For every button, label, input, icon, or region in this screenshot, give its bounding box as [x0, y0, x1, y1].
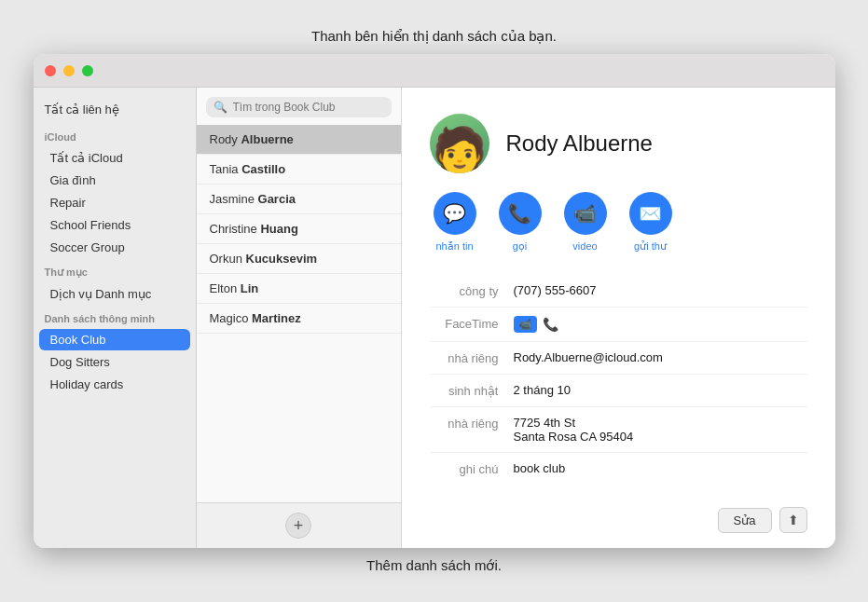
contact-item[interactable]: Rody Albuerne: [197, 125, 401, 155]
search-icon: 🔍: [214, 101, 227, 114]
phone-icon: 📞: [499, 192, 542, 235]
info-row-birthday: sinh nhật 2 tháng 10: [430, 375, 807, 407]
mail-action-button[interactable]: ✉️ gửi thư: [629, 192, 672, 253]
info-row-address: nhà riêng 7725 4th St Santa Rosa CA 9540…: [430, 407, 807, 453]
contact-list: 🔍 Rody Albuerne Tania Castillo Jasmine G…: [197, 88, 402, 548]
contact-item[interactable]: Jasmine Garcia: [197, 185, 401, 214]
share-button[interactable]: ⬆: [779, 507, 807, 533]
sidebar-item-repair[interactable]: Repair: [39, 192, 190, 213]
contact-item[interactable]: Elton Lin: [197, 274, 401, 304]
info-row-email: nhà riêng Rody.Albuerne@icloud.com: [430, 342, 807, 375]
app-window: Tất cả liên hệ iCloud Tất cả iCloud Gia …: [34, 54, 835, 548]
info-label-company: công ty: [430, 283, 514, 298]
contact-item[interactable]: Orkun Kucuksevim: [197, 244, 401, 274]
video-label: video: [572, 240, 597, 252]
minimize-button[interactable]: [63, 65, 75, 76]
contact-item[interactable]: Magico Martinez: [197, 304, 401, 334]
sidebar-section-icloud: iCloud: [34, 124, 196, 146]
mail-icon: ✉️: [629, 192, 672, 235]
sidebar-item-holiday-cards[interactable]: Holiday cards: [39, 374, 190, 395]
sidebar-item-all-contacts[interactable]: Tất cả liên hệ: [34, 99, 196, 124]
info-section: công ty (707) 555-6607 FaceTime 📹 📞 nhà …: [430, 275, 807, 496]
contact-item[interactable]: Tania Castillo: [197, 155, 401, 185]
sidebar: Tất cả liên hệ iCloud Tất cả iCloud Gia …: [34, 88, 197, 548]
traffic-lights: [45, 65, 93, 76]
video-icon: 📹: [564, 192, 607, 235]
contact-header: Rody Albuerne: [430, 114, 807, 173]
sidebar-item-family[interactable]: Gia đình: [39, 170, 190, 191]
main-content: Tất cả liên hệ iCloud Tất cả iCloud Gia …: [34, 88, 835, 548]
facetime-video-icon[interactable]: 📹: [514, 316, 537, 333]
info-row-facetime: FaceTime 📹 📞: [430, 308, 807, 342]
message-action-button[interactable]: 💬 nhắn tin: [434, 192, 476, 253]
annotation-top: Thanh bên hiển thị danh sách của bạn.: [311, 28, 557, 45]
info-value-address: 7725 4th St Santa Rosa CA 95404: [514, 416, 807, 444]
sidebar-item-soccer-group[interactable]: Soccer Group: [39, 237, 190, 258]
mail-label: gửi thư: [634, 240, 667, 253]
call-action-button[interactable]: 📞 gọi: [499, 192, 542, 253]
search-input-wrapper[interactable]: 🔍: [206, 97, 392, 117]
share-icon: ⬆: [788, 513, 799, 527]
info-value-notes: book club: [514, 461, 807, 475]
info-value-facetime: 📹 📞: [514, 316, 807, 333]
maximize-button[interactable]: [82, 65, 93, 76]
contact-item[interactable]: Christine Huang: [197, 214, 401, 244]
info-label-facetime: FaceTime: [430, 316, 514, 331]
contacts-list-items: Rody Albuerne Tania Castillo Jasmine Gar…: [197, 125, 401, 502]
info-label-address: nhà riêng: [430, 416, 514, 431]
sidebar-item-all-icloud[interactable]: Tất cả iCloud: [39, 147, 190, 169]
sidebar-section-smart-lists: Danh sách thông minh: [34, 306, 196, 328]
info-row-notes: ghi chú book club: [430, 453, 807, 485]
facetime-phone-icon[interactable]: 📞: [543, 317, 558, 332]
contact-name: Rody Albuerne: [506, 130, 653, 157]
add-contact-button[interactable]: +: [285, 513, 311, 539]
sidebar-item-directory-services[interactable]: Dịch vụ Danh mục: [39, 283, 190, 305]
close-button[interactable]: [45, 65, 56, 76]
annotation-bottom: Thêm danh sách mới.: [366, 557, 502, 574]
sidebar-item-dog-sitters[interactable]: Dog Sitters: [39, 351, 190, 373]
video-action-button[interactable]: 📹 video: [564, 192, 607, 253]
info-value-phone: (707) 555-6607: [514, 283, 807, 297]
search-bar: 🔍: [197, 88, 401, 125]
detail-footer: Sửa ⬆: [430, 496, 807, 533]
sidebar-section-directory: Thư mục: [34, 259, 196, 282]
info-row-company-phone: công ty (707) 555-6607: [430, 275, 807, 308]
sidebar-item-book-club[interactable]: Book Club: [39, 329, 190, 350]
avatar: [430, 114, 489, 173]
message-icon: 💬: [434, 192, 476, 235]
contact-list-footer: +: [197, 502, 401, 548]
edit-button[interactable]: Sửa: [718, 508, 772, 533]
action-buttons: 💬 nhắn tin 📞 gọi 📹 video ✉️ gửi thư: [430, 192, 807, 253]
info-value-email: Rody.Albuerne@icloud.com: [514, 350, 807, 364]
call-label: gọi: [513, 240, 528, 253]
sidebar-item-school-friends[interactable]: School Friends: [39, 214, 190, 236]
info-label-birthday: sinh nhật: [430, 383, 514, 398]
info-value-birthday: 2 tháng 10: [514, 383, 807, 397]
title-bar: [34, 54, 835, 88]
search-input[interactable]: [233, 101, 384, 114]
info-label-notes: ghi chú: [430, 461, 514, 476]
message-label: nhắn tin: [435, 240, 473, 253]
detail-panel: Rody Albuerne 💬 nhắn tin 📞 gọi 📹 video ✉…: [402, 88, 835, 548]
info-label-email: nhà riêng: [430, 350, 514, 365]
